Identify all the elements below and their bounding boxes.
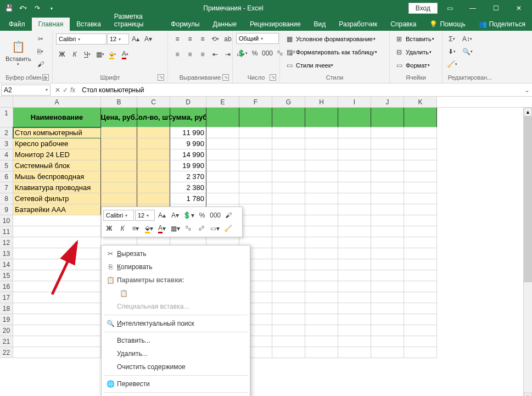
cell[interactable] — [101, 182, 137, 193]
cell[interactable] — [239, 138, 272, 149]
cell[interactable] — [371, 303, 404, 314]
cell[interactable] — [338, 171, 371, 182]
cell[interactable] — [272, 248, 305, 259]
col-header[interactable]: E — [206, 97, 239, 107]
tab-layout[interactable]: Разметка страницы — [108, 10, 165, 31]
cell[interactable] — [272, 171, 305, 182]
mini-merge-icon[interactable]: ▭▾ — [209, 222, 221, 235]
cell[interactable] — [305, 160, 338, 171]
cell[interactable] — [371, 347, 404, 358]
underline-button[interactable]: Ч▾ — [81, 48, 93, 60]
col-header[interactable]: H — [305, 97, 338, 107]
cell[interactable] — [404, 182, 437, 193]
ctx-translate[interactable]: 🌐Перевести — [102, 377, 250, 391]
cell[interactable] — [404, 270, 437, 281]
cell[interactable] — [272, 193, 305, 204]
cell[interactable]: Цена, руб. — [101, 108, 137, 127]
row-header[interactable]: 12 — [0, 237, 13, 248]
cell[interactable] — [13, 281, 101, 292]
col-header[interactable]: C — [137, 97, 170, 107]
cell[interactable] — [404, 193, 437, 204]
cell[interactable] — [338, 270, 371, 281]
mini-clear-fmt-icon[interactable]: 🧹 — [222, 222, 234, 235]
mini-size-combo[interactable]: 12▾ — [135, 210, 155, 221]
cell[interactable] — [305, 215, 338, 226]
cell[interactable] — [404, 171, 437, 182]
cell[interactable] — [137, 171, 170, 182]
row-header[interactable]: 11 — [0, 226, 13, 237]
bold-button[interactable]: Ж — [56, 48, 68, 60]
wrap-text-icon[interactable]: ab — [222, 33, 234, 45]
cell[interactable] — [101, 193, 137, 204]
cell[interactable] — [305, 237, 338, 248]
cell[interactable] — [338, 182, 371, 193]
row-header[interactable]: 6 — [0, 171, 13, 182]
cell[interactable]: 2 380 — [170, 182, 206, 193]
cell[interactable] — [13, 259, 101, 270]
cell[interactable] — [371, 149, 404, 160]
mini-inc-decimal-icon[interactable]: ⁰₀ — [182, 222, 194, 235]
cell[interactable] — [239, 127, 272, 138]
cell[interactable] — [371, 237, 404, 248]
align-left-icon[interactable]: ≡ — [171, 48, 183, 60]
mini-align-icon[interactable]: ≡▾ — [130, 222, 142, 235]
cell[interactable] — [338, 292, 371, 303]
row-header[interactable]: 14 — [0, 259, 13, 270]
row-header[interactable]: 9 — [0, 204, 13, 215]
tab-view[interactable]: Вид — [307, 18, 333, 31]
cell[interactable] — [272, 138, 305, 149]
mini-fill-color-icon[interactable]: ⬙▾ — [143, 222, 155, 235]
cell[interactable] — [305, 149, 338, 160]
cell[interactable] — [305, 138, 338, 149]
tab-data[interactable]: Данные — [206, 18, 243, 31]
cell[interactable] — [305, 204, 338, 215]
cell[interactable]: Кресло рабочее — [13, 138, 101, 149]
cell[interactable] — [13, 237, 101, 248]
cell[interactable] — [338, 237, 371, 248]
row-header[interactable]: 4 — [0, 149, 13, 160]
cell[interactable] — [137, 138, 170, 149]
cell[interactable]: Системный блок — [13, 160, 101, 171]
cell[interactable]: Сетевой фильтр — [13, 193, 101, 204]
cell[interactable] — [404, 215, 437, 226]
col-header[interactable]: J — [371, 97, 404, 107]
cell[interactable] — [305, 292, 338, 303]
ctx-clear[interactable]: Очистить содержимое — [102, 360, 250, 373]
cell[interactable] — [13, 292, 101, 303]
mini-format-painter-icon[interactable]: 🖌 — [222, 209, 234, 221]
cell[interactable] — [305, 347, 338, 358]
number-format-combo[interactable]: Общий▾ — [236, 33, 279, 44]
cell[interactable] — [338, 314, 371, 325]
vertical-scrollbar[interactable]: ▲ ▼ — [523, 108, 532, 396]
row-header[interactable]: 16 — [0, 281, 13, 292]
conditional-formatting-button[interactable]: ▦Условное форматирование▾ — [283, 33, 376, 45]
col-header[interactable]: B — [101, 97, 137, 107]
cell[interactable] — [239, 160, 272, 171]
cell[interactable] — [13, 248, 101, 259]
expand-formula-bar-icon[interactable]: ⌄ — [522, 86, 532, 94]
cell[interactable] — [101, 138, 137, 149]
col-header[interactable]: G — [272, 97, 305, 107]
cell[interactable] — [404, 149, 437, 160]
cell[interactable] — [338, 193, 371, 204]
decrease-font-icon[interactable]: A▾ — [142, 33, 154, 45]
cell-styles-button[interactable]: ▭Стили ячеек▾ — [283, 59, 333, 71]
delete-cells-button[interactable]: ⊟Удалить▾ — [393, 46, 432, 58]
cell[interactable] — [305, 270, 338, 281]
cell[interactable] — [272, 314, 305, 325]
cell[interactable] — [13, 336, 101, 347]
row-header[interactable]: 22 — [0, 347, 13, 358]
align-right-icon[interactable]: ≡ — [197, 48, 209, 60]
mini-font-combo[interactable]: Calibri▾ — [103, 210, 134, 221]
row-header[interactable]: 8 — [0, 193, 13, 204]
cell[interactable] — [137, 160, 170, 171]
cell[interactable] — [338, 160, 371, 171]
cell[interactable] — [338, 204, 371, 215]
dialog-launcher-icon[interactable]: ↘ — [270, 74, 276, 81]
cell[interactable] — [305, 193, 338, 204]
cell[interactable] — [305, 171, 338, 182]
cell[interactable] — [371, 281, 404, 292]
dialog-launcher-icon[interactable]: ↘ — [158, 74, 164, 81]
ctx-delete[interactable]: Удалить... — [102, 347, 250, 360]
cell[interactable]: Кол-во, шт. — [137, 108, 170, 127]
